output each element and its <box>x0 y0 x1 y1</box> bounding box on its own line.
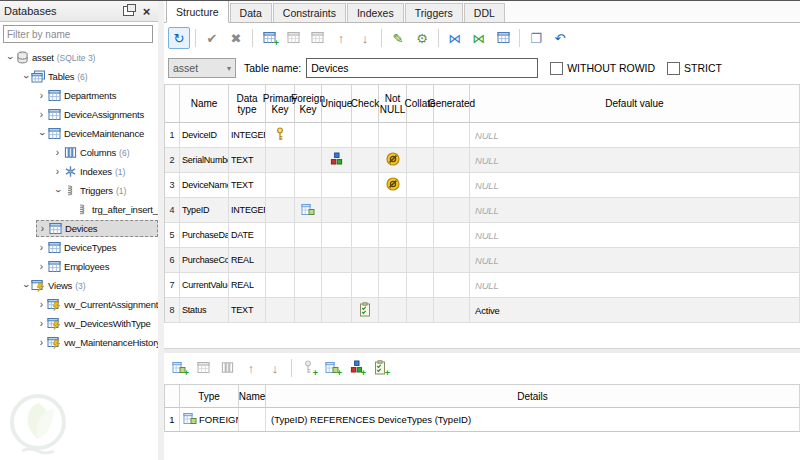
collapse-arrow-icon[interactable]: › <box>36 300 47 310</box>
commit-structure-icon[interactable]: ✔ <box>201 27 223 49</box>
tree-item-devicemaintenance[interactable]: ›DeviceMaintenance <box>0 124 158 143</box>
tab-data[interactable]: Data <box>230 3 272 22</box>
delete-column-icon[interactable] <box>306 27 328 49</box>
row-number-cell[interactable]: 1 <box>165 123 180 148</box>
row-number-cell[interactable]: 7 <box>165 273 180 298</box>
column-fk-cell[interactable] <box>295 248 322 273</box>
column-type-cell[interactable]: REAL <box>229 273 266 298</box>
column-type-cell[interactable]: REAL <box>229 248 266 273</box>
edit-column-icon[interactable] <box>282 27 304 49</box>
column-name-cell[interactable]: CurrentValue <box>180 273 229 298</box>
undo-icon[interactable]: ↶ <box>549 27 571 49</box>
row-number-cell[interactable]: 8 <box>165 298 180 323</box>
column-type-cell[interactable]: INTEGER <box>229 123 266 148</box>
column-generated-cell[interactable] <box>434 273 470 298</box>
column-fk-cell[interactable] <box>295 273 322 298</box>
column-unique-cell[interactable] <box>322 148 352 173</box>
column-generated-cell[interactable] <box>434 148 470 173</box>
column-name-cell[interactable]: PurchaseCost <box>180 248 229 273</box>
column-generated-cell[interactable] <box>434 198 470 223</box>
collapse-arrow-icon[interactable]: › <box>36 243 47 253</box>
column-default-cell[interactable]: NULL <box>470 273 800 298</box>
collapse-arrow-icon[interactable]: › <box>36 91 47 101</box>
column-unique-cell[interactable] <box>322 223 352 248</box>
filter-input[interactable] <box>3 25 153 43</box>
tree-item-trg-after-insert-maintenance[interactable]: trg_after_insert_maintenance <box>0 200 158 219</box>
column-pk-cell[interactable] <box>266 198 295 223</box>
collapse-arrow-icon[interactable]: › <box>36 319 47 329</box>
tree-item-views[interactable]: ›Views(3) <box>0 276 158 295</box>
column-name-cell[interactable]: TypeID <box>180 198 229 223</box>
strict-checkbox[interactable] <box>667 62 680 75</box>
column-type-cell[interactable]: TEXT <box>229 298 266 323</box>
database-select[interactable]: asset ▾ <box>168 58 236 78</box>
column-check-cell[interactable] <box>352 198 379 223</box>
sort-columns-icon[interactable]: ⋈ <box>468 27 490 49</box>
tree-item-devicetypes[interactable]: ›DeviceTypes <box>0 238 158 257</box>
move-column-up-icon[interactable]: ↑ <box>330 27 352 49</box>
column-generated-cell[interactable] <box>434 123 470 148</box>
tree-item-vw-currentassignments[interactable]: ›vw_CurrentAssignments <box>0 295 158 314</box>
column-generated-cell[interactable] <box>434 248 470 273</box>
table-options-icon[interactable]: ⚙ <box>411 27 433 49</box>
tab-indexes[interactable]: Indexes <box>347 3 404 22</box>
constraint-details-cell[interactable]: (TypeID) REFERENCES DeviceTypes (TypeID) <box>266 408 800 431</box>
column-name-cell[interactable]: PurchaseDate <box>180 223 229 248</box>
row-number-cell[interactable]: 2 <box>165 148 180 173</box>
column-unique-cell[interactable] <box>322 248 352 273</box>
column-default-cell[interactable]: NULL <box>470 148 800 173</box>
tree-item-deviceassignments[interactable]: ›DeviceAssignments <box>0 105 158 124</box>
edit-constraint-icon[interactable] <box>192 357 214 379</box>
tree-item-columns[interactable]: ›Columns(6) <box>0 143 158 162</box>
column-fk-cell[interactable] <box>295 148 322 173</box>
add-primary-key-icon[interactable]: + <box>297 357 319 379</box>
column-collate-cell[interactable] <box>407 148 434 173</box>
tree-item-employees[interactable]: ›Employees <box>0 257 158 276</box>
column-pk-cell[interactable] <box>266 123 295 148</box>
float-panel-icon[interactable] <box>121 4 136 19</box>
expand-arrow-icon[interactable]: › <box>21 71 31 82</box>
column-collate-cell[interactable] <box>407 123 434 148</box>
column-type-cell[interactable]: DATE <box>229 223 266 248</box>
column-pk-cell[interactable] <box>266 298 295 323</box>
column-notnull-cell[interactable] <box>379 248 407 273</box>
tab-structure[interactable]: Structure <box>166 0 229 23</box>
expand-arrow-icon[interactable]: › <box>5 52 15 63</box>
tree-item-indexes[interactable]: ›Indexes(1) <box>0 162 158 181</box>
column-check-cell[interactable] <box>352 248 379 273</box>
column-collate-cell[interactable] <box>407 298 434 323</box>
add-unique-icon[interactable]: + <box>345 357 367 379</box>
column-fk-cell[interactable] <box>295 298 322 323</box>
collapse-arrow-icon[interactable]: › <box>52 148 63 158</box>
column-notnull-cell[interactable] <box>379 273 407 298</box>
column-default-cell[interactable]: NULL <box>470 248 800 273</box>
column-type-cell[interactable]: INTEGER <box>229 198 266 223</box>
expand-arrow-icon[interactable]: › <box>37 128 47 139</box>
column-unique-cell[interactable] <box>322 123 352 148</box>
modify-table-icon[interactable] <box>492 27 514 49</box>
column-notnull-cell[interactable] <box>379 298 407 323</box>
column-pk-cell[interactable] <box>266 148 295 173</box>
tree-item-tables[interactable]: ›Tables(6) <box>0 67 158 86</box>
column-default-cell[interactable]: NULL <box>470 198 800 223</box>
column-fk-cell[interactable] <box>295 223 322 248</box>
collapse-arrow-icon[interactable]: › <box>37 224 48 234</box>
row-number-cell[interactable]: 5 <box>165 223 180 248</box>
tree-item-departments[interactable]: ›Departments <box>0 86 158 105</box>
column-check-cell[interactable] <box>352 148 379 173</box>
column-pk-cell[interactable] <box>266 173 295 198</box>
copy-table-icon[interactable]: ❐ <box>525 27 547 49</box>
row-number-cell[interactable]: 6 <box>165 248 180 273</box>
column-notnull-cell[interactable] <box>379 123 407 148</box>
tree-item-devices[interactable]: ›Devices <box>0 219 158 238</box>
expand-arrow-icon[interactable]: › <box>21 280 31 291</box>
column-name-cell[interactable]: DeviceID <box>180 123 229 148</box>
column-name-cell[interactable]: SerialNumber <box>180 148 229 173</box>
column-type-cell[interactable]: TEXT <box>229 148 266 173</box>
close-panel-icon[interactable]: × <box>139 4 154 19</box>
move-constraint-up-icon[interactable]: ↑ <box>240 357 262 379</box>
add-constraint-icon[interactable]: + <box>168 357 190 379</box>
column-generated-cell[interactable] <box>434 173 470 198</box>
column-pk-cell[interactable] <box>266 248 295 273</box>
column-pk-cell[interactable] <box>266 223 295 248</box>
